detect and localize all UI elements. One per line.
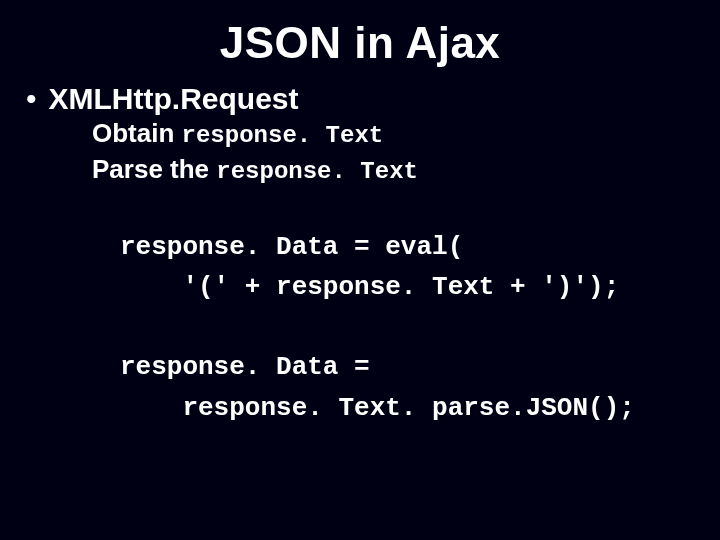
slide-body: • XMLHttp.Request Obtain response. Text …: [0, 68, 720, 428]
bullet-item: • XMLHttp.Request: [20, 82, 700, 116]
sub-bullet-2-code: response. Text: [216, 158, 418, 185]
sub-bullet-1-prefix: Obtain: [92, 118, 182, 148]
sub-bullet-1-code: response. Text: [182, 122, 384, 149]
sub-bullet-2-prefix: Parse the: [92, 154, 216, 184]
slide-title: JSON in Ajax: [0, 0, 720, 68]
sub-bullet-1: Obtain response. Text: [20, 116, 700, 152]
sub-bullet-2: Parse the response. Text: [20, 152, 700, 188]
code-block-2: response. Data = response. Text. parse.J…: [20, 347, 700, 428]
slide: JSON in Ajax • XMLHttp.Request Obtain re…: [0, 0, 720, 540]
bullet-text: XMLHttp.Request: [49, 82, 299, 116]
code-block-1: response. Data = eval( '(' + response. T…: [20, 227, 700, 308]
bullet-dot-icon: •: [20, 84, 37, 114]
